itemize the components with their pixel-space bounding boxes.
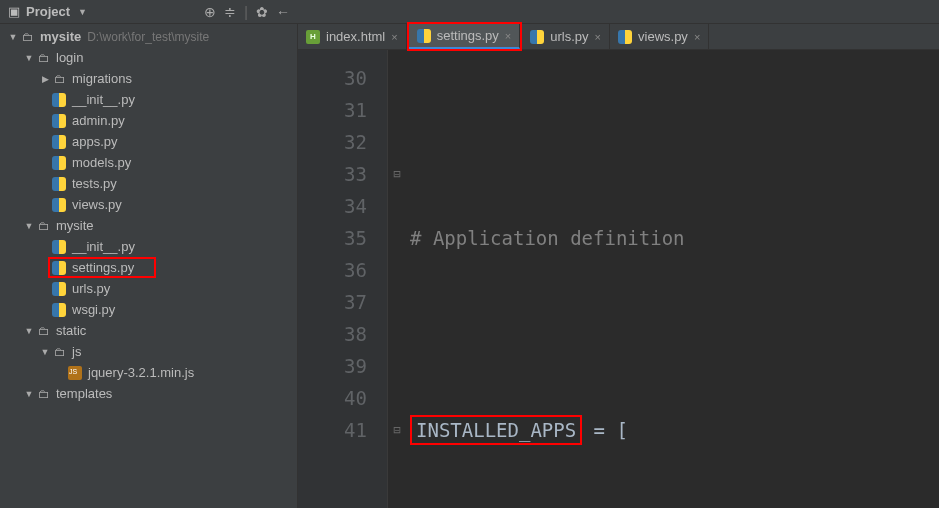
python-icon bbox=[52, 156, 66, 170]
close-icon[interactable]: × bbox=[694, 31, 700, 43]
tree-file[interactable]: wsgi.py bbox=[0, 299, 297, 320]
tree-file[interactable]: urls.py bbox=[0, 278, 297, 299]
tree-file[interactable]: apps.py bbox=[0, 131, 297, 152]
project-tool-title: Project bbox=[26, 4, 70, 19]
project-tool-icon: ▣ bbox=[8, 4, 20, 19]
python-icon bbox=[52, 93, 66, 107]
folder-icon: 🗀 bbox=[52, 71, 68, 87]
python-icon bbox=[52, 303, 66, 317]
tree-folder-js[interactable]: ▼ 🗀 js bbox=[0, 341, 297, 362]
hide-icon[interactable]: ← bbox=[276, 4, 290, 20]
python-icon bbox=[52, 240, 66, 254]
tree-folder-templates[interactable]: ▼ 🗀 templates bbox=[0, 383, 297, 404]
tree-folder-static[interactable]: ▼ 🗀 static bbox=[0, 320, 297, 341]
fold-close-icon[interactable]: ⊟ bbox=[388, 414, 406, 446]
editor-tabs: H index.html × settings.py × urls.py × v… bbox=[298, 24, 939, 50]
locate-icon[interactable]: ⊕ bbox=[204, 4, 216, 20]
python-icon bbox=[52, 198, 66, 212]
python-icon bbox=[618, 30, 632, 44]
folder-icon: 🗀 bbox=[52, 344, 68, 360]
folder-icon: 🗀 bbox=[36, 386, 52, 402]
tree-file[interactable]: __init__.py bbox=[0, 236, 297, 257]
js-icon bbox=[68, 366, 82, 380]
gear-icon[interactable]: ✿ bbox=[256, 4, 268, 20]
tree-root[interactable]: ▼ 🗀 mysite D:\work\for_test\mysite bbox=[0, 26, 297, 47]
tab-index-html[interactable]: H index.html × bbox=[298, 24, 407, 49]
project-toolbar: ⊕ ≑ | ✿ ← bbox=[204, 4, 290, 20]
folder-icon: 🗀 bbox=[36, 218, 52, 234]
line-gutter: 30 31 32 33 34 35 36 37 38 39 40 41 bbox=[298, 50, 388, 508]
close-icon[interactable]: × bbox=[505, 30, 511, 42]
html-icon: H bbox=[306, 30, 320, 44]
folder-icon: 🗀 bbox=[36, 323, 52, 339]
tree-folder-migrations[interactable]: ▶ 🗀 migrations bbox=[0, 68, 297, 89]
tree-file[interactable]: jquery-3.2.1.min.js bbox=[0, 362, 297, 383]
close-icon[interactable]: × bbox=[391, 31, 397, 43]
tree-file[interactable]: views.py bbox=[0, 194, 297, 215]
top-bar: ▣ Project ▼ ⊕ ≑ | ✿ ← bbox=[0, 0, 939, 24]
folder-icon: 🗀 bbox=[20, 29, 36, 45]
collapse-icon[interactable]: ≑ bbox=[224, 4, 236, 20]
fold-open-icon[interactable]: ⊟ bbox=[388, 158, 406, 190]
fold-strip: ⊟ ⊟ bbox=[388, 50, 406, 508]
python-icon bbox=[530, 30, 544, 44]
tree-folder-mysite[interactable]: ▼ 🗀 mysite bbox=[0, 215, 297, 236]
python-icon bbox=[52, 177, 66, 191]
tree-folder-login[interactable]: ▼ 🗀 login bbox=[0, 47, 297, 68]
code-area[interactable]: # Application definition INSTALLED_APPS … bbox=[406, 50, 939, 508]
python-icon bbox=[417, 29, 431, 43]
highlight-installed-apps: INSTALLED_APPS bbox=[410, 415, 582, 445]
tree-file[interactable]: admin.py bbox=[0, 110, 297, 131]
tree-file[interactable]: tests.py bbox=[0, 173, 297, 194]
tree-file[interactable]: __init__.py bbox=[0, 89, 297, 110]
editor: H index.html × settings.py × urls.py × v… bbox=[298, 24, 939, 508]
editor-body[interactable]: 30 31 32 33 34 35 36 37 38 39 40 41 ⊟ ⊟ bbox=[298, 50, 939, 508]
project-tool-header[interactable]: ▣ Project ▼ ⊕ ≑ | ✿ ← bbox=[0, 0, 298, 23]
tree-file[interactable]: models.py bbox=[0, 152, 297, 173]
tab-urls-py[interactable]: urls.py × bbox=[522, 24, 610, 49]
python-icon bbox=[52, 135, 66, 149]
project-tree: ▼ 🗀 mysite D:\work\for_test\mysite ▼ 🗀 l… bbox=[0, 24, 298, 508]
tab-settings-py[interactable]: settings.py × bbox=[409, 24, 521, 49]
close-icon[interactable]: × bbox=[595, 31, 601, 43]
python-icon bbox=[52, 282, 66, 296]
tab-views-py[interactable]: views.py × bbox=[610, 24, 709, 49]
tree-file-settings[interactable]: settings.py bbox=[0, 257, 297, 278]
python-icon bbox=[52, 114, 66, 128]
folder-icon: 🗀 bbox=[36, 50, 52, 66]
chevron-down-icon[interactable]: ▼ bbox=[78, 7, 87, 17]
python-icon bbox=[52, 261, 66, 275]
